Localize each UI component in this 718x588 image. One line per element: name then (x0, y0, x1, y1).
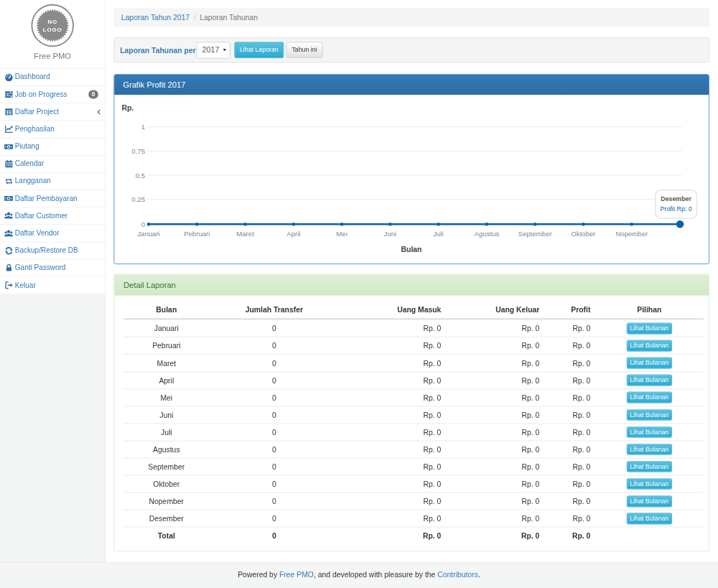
svg-text:0.25: 0.25 (131, 195, 145, 203)
svg-text:Juni: Juni (384, 230, 397, 238)
svg-text:LOGO: LOGO (43, 27, 62, 33)
svg-text:Bulan: Bulan (401, 246, 422, 253)
svg-text:1: 1 (141, 123, 145, 131)
svg-text:NO: NO (47, 19, 57, 25)
svg-text:April: April (286, 230, 300, 238)
svg-text:Rp.: Rp. (122, 104, 134, 112)
svg-text:Januari: Januari (137, 230, 159, 238)
svg-text:0.5: 0.5 (136, 172, 145, 179)
svg-text:Pebruari: Pebruari (184, 230, 210, 238)
svg-text:Mei: Mei (336, 230, 347, 238)
svg-text:Maret: Maret (236, 230, 254, 238)
svg-text:0.75: 0.75 (131, 147, 145, 155)
svg-text:0: 0 (141, 220, 145, 228)
svg-text:Agustus: Agustus (475, 230, 500, 238)
svg-text:Juli: Juli (433, 230, 443, 238)
svg-text:Nopember: Nopember (615, 230, 648, 238)
svg-text:Oktober: Oktober (571, 230, 596, 238)
svg-text:September: September (518, 230, 553, 238)
